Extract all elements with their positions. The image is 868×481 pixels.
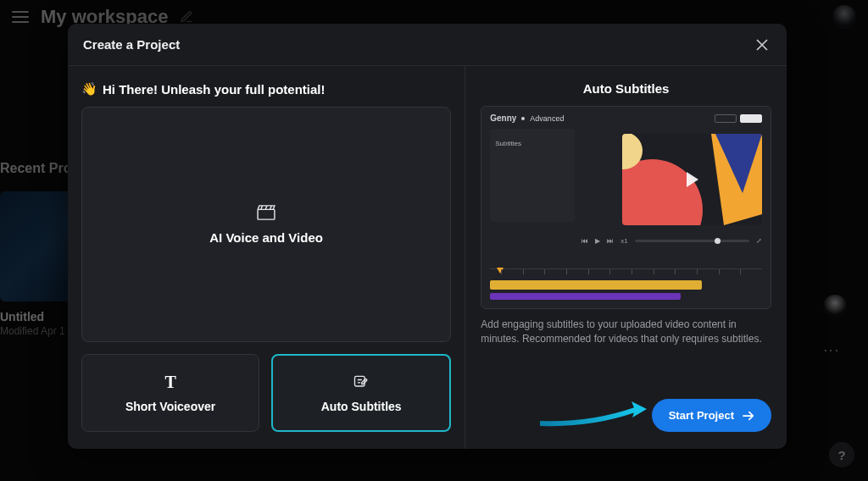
wave-icon: 👋 [81,81,97,97]
close-icon [756,39,768,51]
preview-pill [715,114,737,123]
modal-title: Create a Project [83,37,180,52]
preview-side-panel: Subtitles [490,129,575,222]
option-row: T Short Voiceover Auto Subtitles [81,354,451,432]
modal-body: 👋 Hi There! Unleash your full potential!… [68,66,787,449]
right-pane: Auto Subtitles Genny Advanced Subtitles [465,66,787,449]
clapperboard-icon [257,205,275,220]
dot-icon [521,117,525,120]
timeline-track [490,280,702,290]
preview-pill [740,114,762,123]
option-label: Auto Subtitles [321,400,402,413]
arrow-hint-icon [540,400,650,428]
detail-description: Add engaging subtitles to your uploaded … [481,318,771,347]
text-icon: T [161,373,180,391]
preview-topbar: Genny Advanced [490,113,762,123]
detail-preview: Genny Advanced Subtitles [481,106,771,309]
preview-video [622,134,762,225]
greeting-text: Hi There! Unleash your full potential! [103,82,326,97]
close-button[interactable] [753,36,771,54]
option-label: AI Voice and Video [209,230,323,245]
play-icon [687,172,698,187]
preview-panel-label: Subtitles [495,140,521,147]
modal-header: Create a Project [68,24,787,66]
preview-timeline [490,268,762,300]
arrow-right-icon [743,411,754,421]
preview-brand-tag: Advanced [530,114,564,123]
preview-brand: Genny [490,113,516,123]
left-pane: 👋 Hi There! Unleash your full potential!… [68,66,465,449]
timeline-track [490,293,681,300]
edit-note-icon [352,373,370,391]
detail-title: Auto Subtitles [481,81,771,96]
greeting: 👋 Hi There! Unleash your full potential! [81,81,451,97]
preview-controls: ⏮▶⏭x1 ⤢ [581,234,762,247]
preview-progress [635,240,749,242]
option-short-voiceover[interactable]: T Short Voiceover [81,354,259,432]
option-ai-voice-video[interactable]: AI Voice and Video [81,107,451,342]
option-auto-subtitles[interactable]: Auto Subtitles [271,354,451,432]
option-label: Short Voiceover [125,400,215,413]
create-project-modal: Create a Project 👋 Hi There! Unleash you… [68,24,787,449]
start-project-button[interactable]: Start Project [652,399,771,432]
svg-rect-0 [258,209,275,219]
start-project-label: Start Project [669,409,734,422]
cta-row: Start Project [481,399,771,432]
